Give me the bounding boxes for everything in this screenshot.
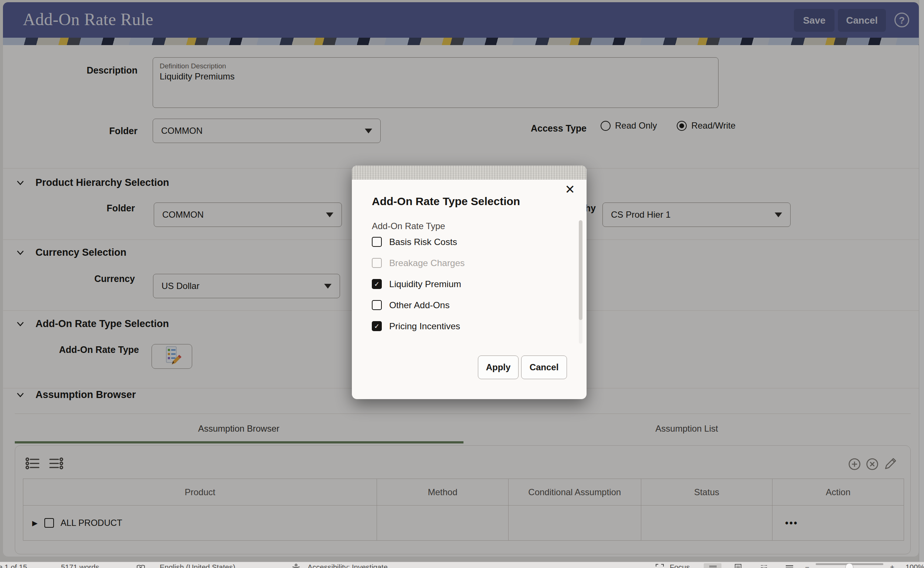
option-label: Basis Risk Costs [389, 237, 457, 247]
option-label: Liquidity Premium [389, 279, 461, 289]
focus-mode-icon[interactable] [655, 563, 664, 568]
focus-mode-label[interactable]: Focus [670, 563, 690, 568]
addon-rate-type-dialog: ✕ Add-On Rate Type Selection Add-On Rate… [352, 166, 587, 399]
dialog-cancel-button[interactable]: Cancel [521, 355, 567, 379]
option-basis-risk-costs: Basis Risk Costs [372, 231, 549, 252]
view-read-mode-button[interactable] [704, 563, 722, 568]
checkbox-checked-icon[interactable]: ✓ [372, 279, 382, 289]
option-liquidity-premium: ✓Liquidity Premium [372, 273, 549, 295]
word-count-status[interactable]: 5171 words [61, 563, 99, 568]
option-other-add-ons: Other Add-Ons [372, 295, 549, 316]
close-icon[interactable]: ✕ [563, 183, 577, 196]
accessibility-icon[interactable] [291, 563, 301, 568]
option-label: Pricing Incentives [389, 321, 460, 331]
view-print-layout-button[interactable] [733, 563, 743, 568]
option-breakage-charges: Breakage Charges [372, 252, 549, 273]
apply-button[interactable]: Apply [478, 355, 519, 379]
dialog-texture-strip [352, 166, 587, 180]
zoom-percent[interactable]: 100% [906, 563, 924, 568]
view-web-layout-button[interactable] [759, 563, 769, 568]
dialog-options-list: Basis Risk CostsBreakage Charges✓Liquidi… [372, 231, 549, 337]
checkbox-icon[interactable] [372, 300, 382, 310]
checkbox-icon[interactable] [372, 237, 382, 247]
proofing-errors-icon[interactable] [136, 563, 146, 568]
checkbox-icon [372, 258, 382, 268]
dialog-list-label: Add-On Rate Type [372, 221, 445, 231]
option-label: Other Add-Ons [389, 300, 450, 310]
checkbox-checked-icon[interactable]: ✓ [372, 321, 382, 331]
zoom-out-button[interactable]: − [805, 563, 809, 568]
option-pricing-incentives: ✓Pricing Incentives [372, 316, 549, 337]
status-bar: Page 1 of 15 5171 words English (United … [0, 562, 924, 568]
zoom-in-button[interactable]: + [890, 563, 894, 568]
option-label: Breakage Charges [389, 258, 465, 268]
accessibility-status[interactable]: Accessibility: Investigate [308, 563, 388, 568]
view-outline-button[interactable] [785, 563, 794, 568]
language-status[interactable]: English (United States) [160, 563, 236, 568]
dialog-title: Add-On Rate Type Selection [372, 195, 520, 208]
page-number-status[interactable]: Page 1 of 15 [0, 563, 27, 568]
dialog-scrollbar-thumb[interactable] [579, 220, 583, 320]
